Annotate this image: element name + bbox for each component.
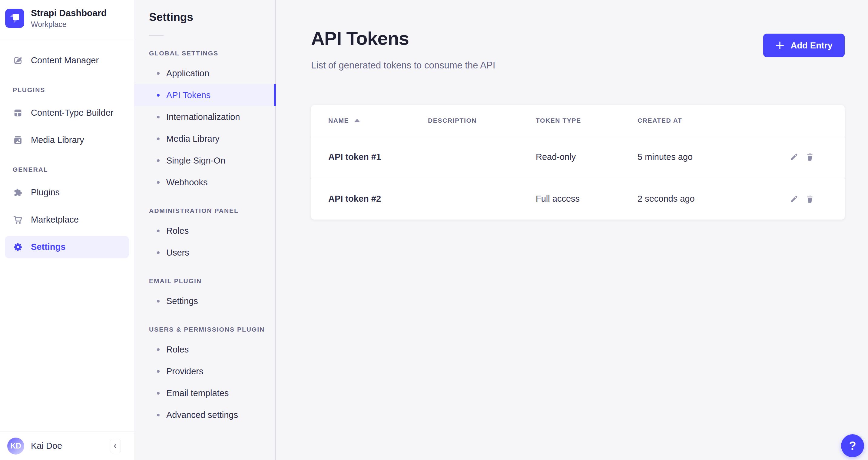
token-type: Full access <box>536 194 638 204</box>
edit-button[interactable] <box>789 152 799 161</box>
subnav-item-email-templates[interactable]: Email templates <box>134 382 275 404</box>
token-name: API token #1 <box>328 152 428 162</box>
settings-subnav: Settings GLOBAL SETTINGS Application API… <box>134 0 276 460</box>
column-header-token-type[interactable]: TOKEN TYPE <box>536 117 638 124</box>
subnav-item-admin-roles[interactable]: Roles <box>134 220 275 242</box>
bullet-icon <box>157 94 160 97</box>
strapi-logo-icon <box>5 9 24 28</box>
token-name: API token #2 <box>328 194 428 204</box>
collapse-sidebar-button[interactable] <box>110 439 121 453</box>
sidebar-section-plugins: PLUGINS <box>13 86 129 94</box>
subnav-item-webhooks[interactable]: Webhooks <box>134 172 275 193</box>
workspace-brand: Strapi Dashboard Workplace <box>0 0 134 29</box>
subnav-item-providers[interactable]: Providers <box>134 360 275 382</box>
sidebar-item-label: Marketplace <box>31 215 79 225</box>
subnav-title-divider <box>149 35 163 36</box>
subnav-section-email-plugin: EMAIL PLUGIN <box>149 277 275 285</box>
token-created-at: 5 minutes ago <box>638 152 789 162</box>
main-sidebar: Strapi Dashboard Workplace Content Manag… <box>0 0 134 460</box>
feather-pen-icon <box>13 55 23 66</box>
table-row[interactable]: API token #1 Read-only 5 minutes ago <box>311 136 845 178</box>
picture-icon <box>13 135 23 145</box>
subnav-item-api-tokens[interactable]: API Tokens <box>134 84 275 106</box>
subnav-section-users-permissions-plugin: USERS & PERMISSIONS PLUGIN <box>149 326 275 333</box>
sidebar-item-label: Media Library <box>31 135 84 145</box>
pencil-icon <box>789 152 799 161</box>
token-type: Read-only <box>536 152 638 162</box>
layout-icon <box>13 108 23 118</box>
subnav-item-single-sign-on[interactable]: Single Sign-On <box>134 150 275 172</box>
subnav-item-advanced-settings[interactable]: Advanced settings <box>134 404 275 426</box>
subnav-section-administration-panel: ADMINISTRATION PANEL <box>149 207 275 214</box>
delete-button[interactable] <box>805 152 814 161</box>
puzzle-icon <box>13 187 23 198</box>
cart-icon <box>13 215 23 225</box>
pencil-icon <box>789 194 799 204</box>
delete-button[interactable] <box>805 194 814 204</box>
page-subtitle: List of generated tokens to consume the … <box>311 60 495 71</box>
subnav-item-internationalization[interactable]: Internationalization <box>134 106 275 128</box>
sidebar-footer: KD Kai Doe <box>0 432 134 460</box>
bullet-icon <box>157 159 160 162</box>
sidebar-section-general: GENERAL <box>13 166 129 173</box>
column-header-description[interactable]: DESCRIPTION <box>428 117 536 124</box>
row-actions <box>789 152 814 161</box>
bullet-icon <box>157 348 160 351</box>
sidebar-item-plugins[interactable]: Plugins <box>5 181 129 204</box>
bullet-icon <box>157 370 160 373</box>
subnav-item-email-settings[interactable]: Settings <box>134 290 275 312</box>
subnav-item-media-library[interactable]: Media Library <box>134 128 275 150</box>
sidebar-item-label: Plugins <box>31 187 60 197</box>
chevron-left-icon <box>112 443 119 450</box>
sidebar-item-content-manager[interactable]: Content Manager <box>5 49 129 72</box>
sidebar-item-media-library[interactable]: Media Library <box>5 129 129 151</box>
token-created-at: 2 seconds ago <box>638 194 789 204</box>
bullet-icon <box>157 300 160 303</box>
bullet-icon <box>157 137 160 140</box>
sidebar-item-marketplace[interactable]: Marketplace <box>5 209 129 231</box>
sidebar-item-settings[interactable]: Settings <box>5 236 129 258</box>
add-entry-button[interactable]: Add Entry <box>763 34 845 57</box>
sidebar-item-label: Content Manager <box>31 55 99 65</box>
column-header-created-at[interactable]: CREATED AT <box>638 117 789 124</box>
subnav-section-global-settings: GLOBAL SETTINGS <box>149 50 275 57</box>
bullet-icon <box>157 392 160 395</box>
sidebar-item-label: Settings <box>31 242 65 252</box>
subnav-item-admin-users[interactable]: Users <box>134 242 275 264</box>
avatar[interactable]: KD <box>7 438 24 455</box>
sidebar-item-content-type-builder[interactable]: Content-Type Builder <box>5 102 129 124</box>
page-title: API Tokens <box>311 28 409 49</box>
sort-ascending-icon <box>354 119 360 122</box>
subnav-item-up-roles[interactable]: Roles <box>134 339 275 360</box>
plus-icon <box>775 41 784 50</box>
bullet-icon <box>157 229 160 232</box>
trash-icon <box>805 152 814 161</box>
bullet-icon <box>157 116 160 118</box>
edit-button[interactable] <box>789 194 799 204</box>
trash-icon <box>805 194 814 204</box>
help-button[interactable]: ? <box>841 434 864 457</box>
table-row[interactable]: API token #2 Full access 2 seconds ago <box>311 178 845 219</box>
column-header-name[interactable]: NAME <box>328 117 428 124</box>
add-entry-label: Add Entry <box>790 40 833 51</box>
row-actions <box>789 194 814 204</box>
question-mark-icon: ? <box>849 439 856 453</box>
bullet-icon <box>157 251 160 254</box>
subnav-title: Settings <box>149 11 275 24</box>
main-content: API Tokens List of generated tokens to c… <box>276 0 868 460</box>
bullet-icon <box>157 72 160 75</box>
bullet-icon <box>157 414 160 417</box>
api-tokens-table: NAME DESCRIPTION TOKEN TYPE CREATED AT A… <box>311 105 845 219</box>
subnav-item-application[interactable]: Application <box>134 62 275 84</box>
bullet-icon <box>157 181 160 184</box>
workspace-name: Workplace <box>31 20 106 29</box>
table-header-row: NAME DESCRIPTION TOKEN TYPE CREATED AT <box>311 105 845 136</box>
user-name: Kai Doe <box>31 441 62 451</box>
gear-icon <box>13 242 23 252</box>
app-title: Strapi Dashboard <box>31 8 106 19</box>
sidebar-item-label: Content-Type Builder <box>31 108 113 118</box>
sidebar-nav: Content Manager PLUGINS Content-Type Bui… <box>0 41 134 258</box>
